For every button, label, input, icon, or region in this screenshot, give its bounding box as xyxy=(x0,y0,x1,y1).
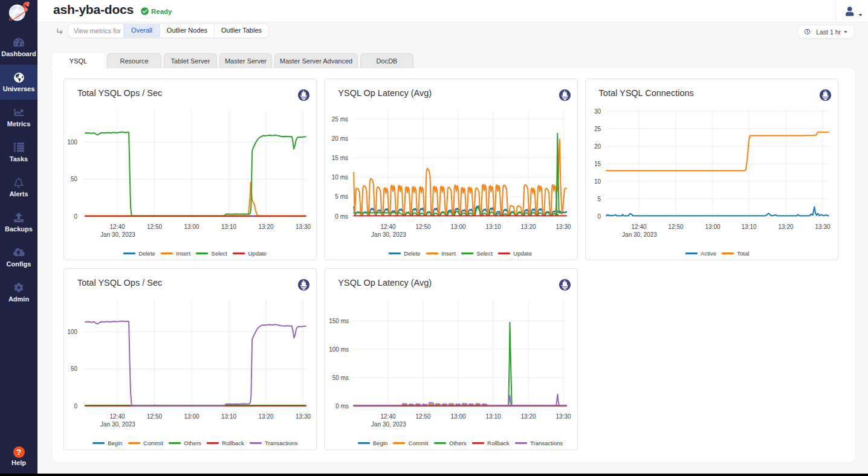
svg-text:12:50: 12:50 xyxy=(668,224,683,230)
svg-text:100 ms: 100 ms xyxy=(329,346,349,353)
svg-text:0 ms: 0 ms xyxy=(336,403,349,410)
svg-text:12:50: 12:50 xyxy=(416,224,431,230)
svg-text:10: 10 xyxy=(594,178,601,185)
svg-text:0 ms: 0 ms xyxy=(335,213,349,220)
svg-text:13:20: 13:20 xyxy=(521,413,536,420)
svg-text:30: 30 xyxy=(594,108,601,115)
svg-text:5 ms: 5 ms xyxy=(335,193,349,200)
svg-text:150 ms: 150 ms xyxy=(329,318,349,324)
svg-text:0: 0 xyxy=(597,213,601,220)
svg-text:12:50: 12:50 xyxy=(147,413,162,420)
svg-text:12:50: 12:50 xyxy=(416,413,431,420)
svg-text:13:00: 13:00 xyxy=(184,224,199,230)
svg-text:13:20: 13:20 xyxy=(258,413,273,420)
svg-text:13:00: 13:00 xyxy=(451,224,466,230)
svg-text:13:00: 13:00 xyxy=(705,224,720,230)
svg-text:13:20: 13:20 xyxy=(778,224,793,230)
svg-text:100: 100 xyxy=(67,329,77,335)
svg-text:13:10: 13:10 xyxy=(486,224,501,230)
svg-text:13:10: 13:10 xyxy=(741,224,756,230)
svg-text:13:30: 13:30 xyxy=(556,413,571,420)
svg-text:Jan 30, 2023: Jan 30, 2023 xyxy=(622,231,657,238)
svg-text:12:40: 12:40 xyxy=(381,224,396,230)
svg-text:12:40: 12:40 xyxy=(631,224,646,230)
svg-text:0: 0 xyxy=(74,403,77,410)
svg-text:12:40: 12:40 xyxy=(381,413,396,420)
svg-text:15: 15 xyxy=(594,161,601,167)
svg-text:50 ms: 50 ms xyxy=(332,375,349,381)
svg-text:13:10: 13:10 xyxy=(486,413,501,420)
svg-text:13:20: 13:20 xyxy=(258,224,273,230)
svg-text:Jan 30, 2023: Jan 30, 2023 xyxy=(100,421,135,428)
svg-text:13:00: 13:00 xyxy=(184,413,199,420)
svg-text:20 ms: 20 ms xyxy=(332,135,348,142)
svg-text:13:30: 13:30 xyxy=(296,413,311,420)
svg-text:12:50: 12:50 xyxy=(147,224,162,230)
svg-text:13:30: 13:30 xyxy=(815,224,830,230)
svg-text:50: 50 xyxy=(71,176,78,182)
svg-text:13:20: 13:20 xyxy=(521,224,536,230)
svg-text:Jan 30, 2023: Jan 30, 2023 xyxy=(371,421,406,428)
svg-text:12:40: 12:40 xyxy=(109,224,125,230)
svg-text:Jan 30, 2023: Jan 30, 2023 xyxy=(371,231,406,238)
svg-text:25: 25 xyxy=(594,126,601,132)
svg-text:15 ms: 15 ms xyxy=(332,155,348,161)
svg-text:13:30: 13:30 xyxy=(556,224,571,230)
svg-text:5: 5 xyxy=(597,196,601,202)
svg-text:12:40: 12:40 xyxy=(109,413,125,420)
svg-text:13:30: 13:30 xyxy=(296,224,311,230)
svg-text:10 ms: 10 ms xyxy=(332,174,348,181)
svg-text:50: 50 xyxy=(71,365,78,372)
svg-text:100: 100 xyxy=(67,139,77,146)
svg-text:13:10: 13:10 xyxy=(221,413,236,420)
svg-text:25 ms: 25 ms xyxy=(332,116,348,123)
svg-text:13:00: 13:00 xyxy=(451,413,466,420)
svg-text:0: 0 xyxy=(74,213,77,220)
svg-text:20: 20 xyxy=(594,143,601,150)
svg-text:13:10: 13:10 xyxy=(221,224,236,230)
svg-text:Jan 30, 2023: Jan 30, 2023 xyxy=(100,231,135,238)
